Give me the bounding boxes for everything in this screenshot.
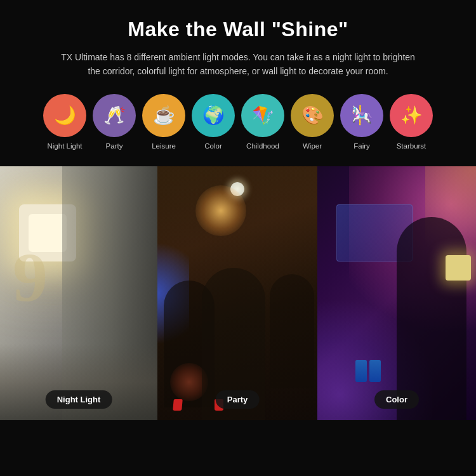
- icon-item-leisure: ☕Leisure: [142, 94, 185, 151]
- icon-circle-fairy: 🎠: [340, 94, 383, 137]
- icons-row: 🌙Night Light🥂Party☕Leisure🌍Color🪁Childho…: [38, 94, 438, 151]
- icon-label-leisure: Leisure: [152, 142, 176, 151]
- icon-item-night-light: 🌙Night Light: [43, 94, 86, 151]
- icon-label-party: Party: [106, 142, 123, 151]
- top-section: Make the Wall "Shine" TX Ultimate has 8 …: [0, 0, 476, 166]
- icon-label-fairy: Fairy: [354, 142, 370, 151]
- icon-circle-starburst: ✨: [390, 94, 433, 137]
- icon-label-night-light: Night Light: [48, 142, 83, 151]
- panel-color: Color: [317, 166, 476, 420]
- icon-label-starburst: Starburst: [397, 142, 426, 151]
- can-1: [355, 360, 367, 382]
- icon-circle-color: 🌍: [192, 94, 235, 137]
- icon-item-color: 🌍Color: [192, 94, 235, 151]
- photos-section: 9 Night Light Party: [0, 166, 476, 420]
- icon-circle-leisure: ☕: [142, 94, 185, 137]
- icon-label-color: Color: [204, 142, 221, 151]
- panel-night-light: 9 Night Light: [0, 166, 157, 420]
- floor: [0, 344, 157, 420]
- icon-label-childhood: Childhood: [246, 142, 279, 151]
- icon-circle-night-light: 🌙: [43, 94, 86, 137]
- icon-item-starburst: ✨Starburst: [390, 94, 433, 151]
- icon-item-childhood: 🪁Childhood: [241, 94, 284, 151]
- icon-circle-wiper: 🎨: [291, 94, 334, 137]
- icon-item-fairy: 🎠Fairy: [340, 94, 383, 151]
- subtitle: TX Ultimate has 8 different ambient ligh…: [54, 50, 422, 79]
- main-title: Make the Wall "Shine": [38, 18, 438, 41]
- can-2: [369, 360, 381, 382]
- red-cup-1: [173, 399, 183, 411]
- wall-device-color: [446, 255, 471, 281]
- panel-party: Party: [157, 166, 317, 420]
- number-nine: 9: [13, 242, 48, 312]
- icon-circle-childhood: 🪁: [241, 94, 284, 137]
- person-right: [270, 274, 314, 388]
- person-gamer: [397, 217, 466, 420]
- party-light-2: [195, 185, 246, 236]
- panel-party-label: Party: [216, 390, 260, 409]
- icon-circle-party: 🥂: [93, 94, 136, 137]
- icon-item-wiper: 🎨Wiper: [291, 94, 334, 151]
- icon-label-wiper: Wiper: [303, 142, 322, 151]
- panel-night-light-label: Night Light: [46, 390, 112, 409]
- icon-item-party: 🥂Party: [93, 94, 136, 151]
- panel-color-label: Color: [374, 390, 419, 409]
